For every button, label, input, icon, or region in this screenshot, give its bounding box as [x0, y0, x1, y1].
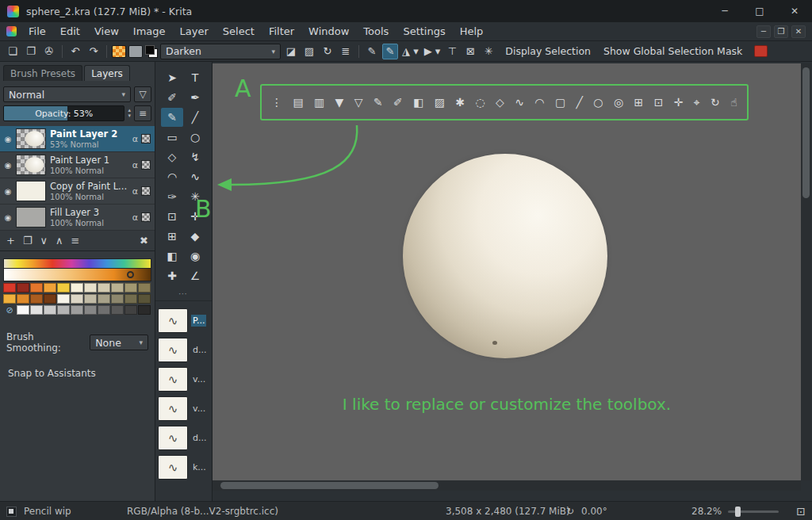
clear-icon[interactable]: ⊠ — [462, 44, 478, 59]
gray-swatch[interactable] — [84, 305, 97, 315]
alpha-lock-icon[interactable] — [141, 134, 151, 143]
mdi-close-button[interactable]: ✕ — [791, 25, 806, 38]
color-swatch[interactable] — [84, 294, 97, 304]
gray-swatch[interactable] — [30, 305, 43, 315]
color-swatch[interactable] — [17, 294, 29, 304]
brush-preset-item[interactable]: ∿ k... — [158, 453, 212, 482]
edit-shapes-tool[interactable]: ✐ — [161, 88, 183, 107]
calligraphy-tool[interactable]: ✒ — [184, 88, 206, 107]
menu-item[interactable]: File — [21, 22, 53, 40]
alpha-lock-icon[interactable] — [141, 212, 151, 222]
color-swatch[interactable] — [57, 294, 70, 304]
menu-item[interactable]: Tools — [356, 22, 396, 40]
redo-icon[interactable]: ↷ — [86, 44, 102, 59]
measure-tool[interactable]: ∠ — [184, 266, 206, 285]
new-document-icon[interactable]: ❏ — [5, 44, 21, 59]
gray-swatch[interactable] — [17, 305, 29, 315]
select-shapes-tool[interactable]: ➤ — [161, 68, 183, 87]
docker-tab[interactable]: Brush Presets — [3, 65, 82, 81]
opacity-slider[interactable]: Opacity: 53% — [3, 105, 124, 121]
layer-row[interactable]: ◉ Copy of Paint L... 100% Normal α — [0, 178, 155, 205]
close-button[interactable]: ✕ — [777, 0, 812, 22]
color-swatch[interactable] — [17, 283, 29, 292]
visibility-icon[interactable]: ◉ — [0, 187, 16, 196]
fill-tool[interactable]: ◆ — [184, 227, 206, 246]
color-swatch[interactable] — [30, 294, 43, 304]
inherit-alpha-icon[interactable]: α — [132, 134, 138, 144]
brush-presets-icon[interactable]: ✎ — [382, 44, 398, 59]
polygon-tool[interactable]: ◇ — [161, 147, 183, 166]
add-layer-button[interactable]: + — [6, 235, 15, 247]
save-icon[interactable]: ✇ — [41, 44, 57, 59]
snap-to-assistants-label[interactable]: Snap to Assistants — [8, 368, 155, 379]
gray-swatch[interactable] — [98, 305, 110, 315]
visibility-icon[interactable]: ◉ — [0, 135, 16, 143]
mdi-minimize-button[interactable]: − — [756, 25, 771, 38]
text-tool[interactable]: T — [184, 68, 206, 87]
layer-row[interactable]: ◉ Fill Layer 3 100% Normal α — [0, 205, 155, 231]
color-swatch[interactable] — [98, 283, 110, 292]
layer-blending-mode-select[interactable]: Normal ▾ — [3, 86, 131, 102]
color-sampler-tool[interactable]: ◉ — [184, 247, 206, 266]
menu-item[interactable]: Select — [216, 22, 262, 40]
spin-down-icon[interactable]: ▾ — [128, 113, 131, 119]
freehand-brush-tool[interactable]: ✎ — [161, 108, 183, 127]
display-selection-button[interactable]: Display Selection — [499, 45, 597, 57]
gray-swatch[interactable] — [44, 305, 56, 315]
zoom-slider[interactable] — [728, 502, 779, 520]
brush-preset-item[interactable]: ∿ v... — [158, 394, 212, 423]
shade-strip[interactable] — [3, 269, 151, 281]
move-layer-up-button[interactable]: ∧ — [56, 235, 63, 247]
opacity-spinner[interactable]: ▴ ▾ — [128, 108, 131, 119]
zoom-slider-thumb[interactable] — [735, 507, 741, 517]
brush-editor-icon[interactable]: ✎ — [364, 44, 380, 59]
duplicate-layer-button[interactable]: ❐ — [23, 235, 33, 247]
inherit-alpha-icon[interactable]: α — [132, 160, 138, 170]
menu-item[interactable]: Image — [126, 22, 173, 40]
color-swatch[interactable] — [138, 283, 151, 292]
undo-icon[interactable]: ↶ — [67, 44, 83, 59]
line-tool[interactable]: ╱ — [184, 108, 206, 127]
bezier-curve-tool[interactable]: ◠ — [161, 167, 183, 186]
no-color-icon[interactable]: ⊘ — [3, 305, 16, 315]
menu-item[interactable]: Settings — [396, 22, 452, 40]
visibility-icon[interactable]: ◉ — [0, 213, 16, 222]
layer-options-icon[interactable]: ≡ — [134, 105, 151, 121]
inherit-alpha-icon[interactable]: α — [132, 186, 138, 197]
eraser-mode-icon[interactable]: ◪ — [283, 44, 299, 59]
gray-swatch[interactable] — [71, 305, 83, 315]
vertical-scrollbar[interactable] — [801, 63, 811, 480]
rectangle-tool[interactable]: ▭ — [161, 128, 183, 147]
canvas-only-mode-icon[interactable]: ⊡ — [796, 502, 806, 520]
open-document-icon[interactable]: ❐ — [23, 44, 39, 59]
blending-mode-select[interactable]: Darken ▾ — [160, 44, 281, 59]
minimize-button[interactable]: ─ — [707, 0, 742, 22]
foreground-background-swatch[interactable] — [145, 45, 158, 58]
menu-item[interactable]: Window — [301, 22, 356, 40]
layer-filter-icon[interactable]: ▽ — [134, 86, 151, 102]
move-layer-down-button[interactable]: ∨ — [40, 235, 48, 247]
docker-tab[interactable]: Layers — [84, 65, 130, 81]
color-swatch[interactable] — [138, 294, 151, 304]
pattern-fill-icon[interactable]: ✳ — [481, 44, 496, 59]
maximize-button[interactable]: □ — [742, 0, 777, 22]
menu-item[interactable]: Edit — [53, 22, 87, 40]
color-swatch[interactable] — [71, 283, 83, 292]
pattern-swatch-icon[interactable] — [128, 45, 143, 58]
dynamic-brush-tool[interactable]: ✑ — [161, 187, 183, 206]
color-swatch[interactable] — [57, 283, 70, 292]
brush-preset-item[interactable]: ∿ P... — [158, 306, 212, 335]
layer-row[interactable]: ◉ Paint Layer 2 53% Normal α — [0, 126, 155, 152]
gray-swatch[interactable] — [124, 305, 137, 315]
mirror-horizontal-icon[interactable]: ▶ ▾ — [423, 44, 442, 59]
selection-mask-color-icon[interactable] — [754, 45, 768, 57]
reload-preset-icon[interactable]: ↻ — [320, 44, 335, 59]
horizontal-scrollbar-thumb[interactable] — [220, 482, 439, 489]
color-swatch[interactable] — [111, 294, 124, 304]
gray-swatch[interactable] — [138, 305, 151, 315]
show-global-selection-mask-button[interactable]: Show Global Selection Mask — [597, 45, 749, 57]
canvas-surface[interactable]: A ⋮▤▥▼▽✎✐◧▨✱◌◇∿◠▢╱○◎⊞⊡✛⌖↻☝ I like to rep… — [213, 63, 801, 480]
menu-item[interactable]: Filter — [262, 22, 301, 40]
color-swatch[interactable] — [3, 283, 16, 292]
delete-layer-button[interactable]: ✖ — [140, 235, 148, 247]
